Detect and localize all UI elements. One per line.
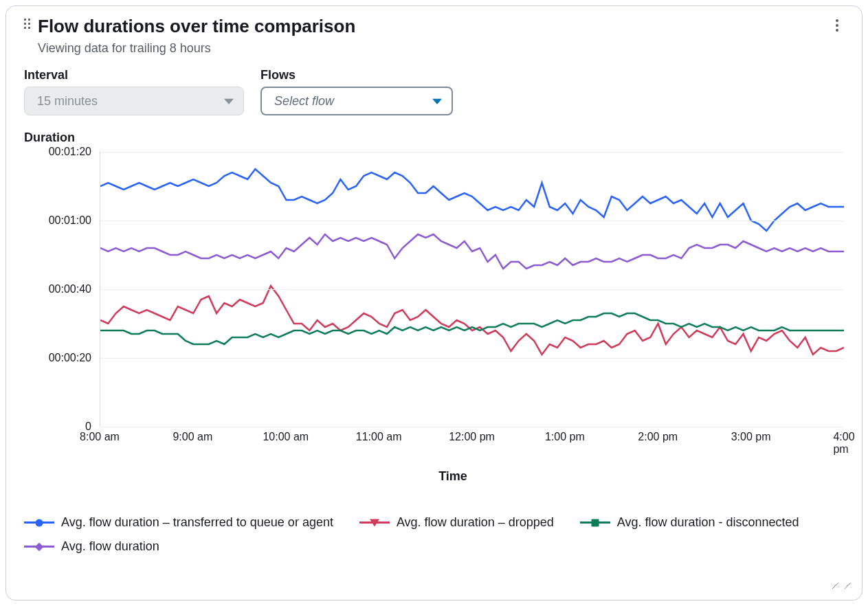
y-tick-label: 00:00:40 [49,283,91,295]
resize-handle-icon[interactable]: ⟋⟋ [829,579,854,593]
x-axis-title: Time [62,469,844,484]
flows-select[interactable]: Select flow [260,87,453,115]
chevron-down-icon [432,99,442,104]
x-tick-label: 10:00 am [263,431,309,443]
series-line [100,234,844,269]
legend-marker-icon [580,521,610,524]
legend-item[interactable]: Avg. flow duration – dropped [359,515,554,530]
legend-marker-icon [24,546,54,548]
legend-item[interactable]: Avg. flow duration – transferred to queu… [24,515,333,530]
x-axis: 8:00 am9:00 am10:00 am11:00 am12:00 pm1:… [100,431,844,450]
card-title: Flow durations over time comparison [38,16,355,37]
y-tick-label: 00:00:20 [49,352,91,364]
y-axis-title: Duration [24,131,844,145]
x-tick-label: 12:00 pm [449,431,495,443]
legend-marker-icon [24,521,54,524]
x-tick-label: 2:00 pm [638,431,678,443]
y-tick-label: 00:01:20 [49,146,91,158]
interval-select: 15 minutes [24,87,244,115]
legend: Avg. flow duration – transferred to queu… [24,515,844,554]
x-tick-label: 4:00 pm [833,431,854,456]
chart-card: Flow durations over time comparison View… [5,5,863,601]
x-tick-label: 8:00 am [80,431,120,443]
series-line [100,169,844,231]
flows-placeholder: Select flow [274,94,334,109]
chart-plot-area: 000:00:2000:00:4000:01:0000:01:20 [24,152,844,427]
drag-handle-icon[interactable] [24,19,32,31]
x-tick-label: 1:00 pm [545,431,585,443]
legend-label: Avg. flow duration [61,539,159,554]
legend-item[interactable]: Avg. flow duration [24,539,159,554]
chevron-down-icon [224,99,234,104]
legend-label: Avg. flow duration – dropped [397,515,554,530]
legend-marker-icon [359,521,390,524]
more-options-button[interactable] [829,17,845,34]
flows-label: Flows [260,68,453,82]
plot-region [100,152,844,427]
legend-item[interactable]: Avg. flow duration - disconnected [580,515,799,530]
y-tick-label: 00:01:00 [49,214,91,227]
interval-value: 15 minutes [37,94,98,109]
card-subtitle: Viewing data for trailing 8 hours [38,41,844,56]
legend-label: Avg. flow duration - disconnected [617,515,799,530]
interval-label: Interval [24,68,244,82]
x-tick-label: 9:00 am [173,431,212,443]
series-line [100,286,844,355]
x-tick-label: 3:00 pm [731,431,771,443]
legend-label: Avg. flow duration – transferred to queu… [61,515,333,530]
x-tick-label: 11:00 am [356,431,402,443]
y-axis: 000:00:2000:00:4000:01:0000:01:20 [24,152,100,427]
series-line [100,313,844,344]
